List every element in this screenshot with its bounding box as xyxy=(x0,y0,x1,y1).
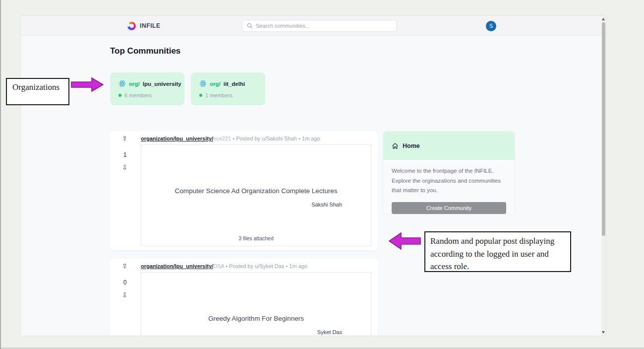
org-prefix: org/ xyxy=(210,81,221,87)
online-dot-icon xyxy=(199,94,202,97)
community-name: iit_delhi xyxy=(224,81,245,87)
page-title: Top Communities xyxy=(110,46,180,56)
post-content[interactable]: Computer Science Ad Organization Complet… xyxy=(141,144,371,246)
upvote-button[interactable]: ⇧ xyxy=(122,262,127,270)
org-path-link[interactable]: organization/lpu_university/ xyxy=(141,263,213,269)
org-path-link[interactable]: organization/lpu_university/ xyxy=(141,136,213,141)
upvote-button[interactable]: ⇧ xyxy=(122,135,127,142)
create-community-button[interactable]: Create Community xyxy=(392,202,506,214)
post-author: Sakshi Shah xyxy=(141,202,371,208)
member-count: 6 members xyxy=(124,92,152,98)
post-author: Syket Das xyxy=(141,329,371,335)
infile-logo-icon xyxy=(127,22,136,30)
org-prefix: org/ xyxy=(129,81,140,87)
search-input[interactable] xyxy=(256,23,392,29)
post-card: ⇧ 0 ⇩ organization/lpu_university/DSA • … xyxy=(110,259,378,336)
home-card-header: Home xyxy=(383,132,515,160)
home-title: Home xyxy=(403,142,420,149)
online-dot-icon xyxy=(118,94,121,97)
search-box[interactable] xyxy=(242,20,397,32)
post-meta: • Posted by u/Sakshi Shah • 1m ago xyxy=(231,136,320,141)
channel-name: ece221 xyxy=(213,136,231,141)
scroll-down-icon[interactable] xyxy=(602,331,605,334)
atom-icon xyxy=(118,80,126,87)
downvote-button[interactable]: ⇩ xyxy=(122,291,127,299)
post-card: ⇧ 1 ⇩ organization/lpu_university/ece221… xyxy=(110,131,378,250)
attachment-count: 3 files attached xyxy=(141,235,371,241)
annotation-arrow-left-icon xyxy=(388,231,421,251)
scroll-up-icon[interactable] xyxy=(602,18,605,20)
user-avatar[interactable]: S xyxy=(486,21,496,31)
annotation-arrow-right-icon xyxy=(71,77,104,92)
page-bottom-border xyxy=(1,348,644,349)
vote-count: 1 xyxy=(121,151,129,158)
brand-name: INFILE xyxy=(140,22,161,29)
channel-name: DSA xyxy=(213,263,224,269)
app-window: INFILE S Top Communities org/ lpu_u xyxy=(21,16,606,336)
home-sidebar-card: Home Welcome to the frontpage of the INF… xyxy=(383,131,515,214)
community-card-iit-delhi[interactable]: org/ iit_delhi 1 members xyxy=(191,72,265,105)
vote-count: 0 xyxy=(121,279,129,286)
post-title: Computer Science Ad Organization Complet… xyxy=(141,187,371,195)
top-navbar: INFILE S xyxy=(21,16,606,36)
brand[interactable]: INFILE xyxy=(127,16,161,36)
member-count: 1 members xyxy=(205,92,233,98)
welcome-text: Welcome to the frontpage of the INFILE. … xyxy=(392,166,506,196)
search-icon xyxy=(247,23,253,29)
post-meta: • Posted by u/Syket Das • 1m ago xyxy=(224,263,307,269)
post-header: organization/lpu_university/DSA • Posted… xyxy=(141,263,307,269)
annotation-organizations-label: Organizations xyxy=(6,78,69,105)
vertical-scrollbar[interactable] xyxy=(601,16,606,336)
post-content[interactable]: Greedy Algorithm For Beginners Syket Das xyxy=(141,272,371,336)
post-title: Greedy Algorithm For Beginners xyxy=(141,315,371,322)
home-card-body: Welcome to the frontpage of the INFILE. … xyxy=(383,160,515,214)
community-card-lpu-university[interactable]: org/ lpu_university 6 members xyxy=(110,72,184,105)
downvote-button[interactable]: ⇩ xyxy=(122,164,127,171)
home-icon xyxy=(392,142,399,149)
annotation-posts-note: Random and popular post displaying accor… xyxy=(424,231,571,272)
community-name: lpu_university xyxy=(143,81,181,87)
atom-icon xyxy=(199,80,207,87)
scrollbar-thumb[interactable] xyxy=(602,22,605,236)
post-header: organization/lpu_university/ece221 • Pos… xyxy=(141,136,320,141)
